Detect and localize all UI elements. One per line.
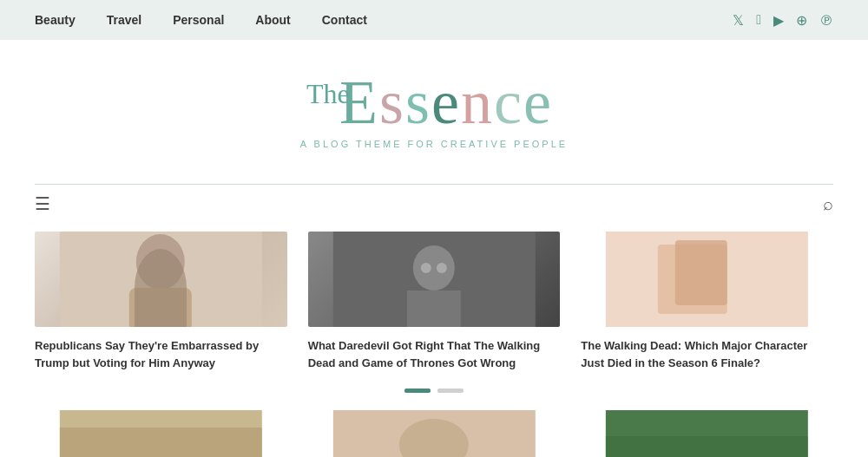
- logo-the: The: [306, 78, 350, 110]
- article-title-1: Republicans Say They're Embarrassed by T…: [35, 337, 287, 371]
- bottom-article-image-3: [581, 410, 833, 457]
- search-icon[interactable]: ⌕: [823, 194, 833, 214]
- menu-icon[interactable]: ☰: [35, 193, 50, 214]
- youtube-icon[interactable]: ▶: [773, 12, 784, 29]
- article-image-3: [581, 232, 833, 327]
- pagination-dot-2[interactable]: [437, 388, 464, 393]
- vimeo-icon[interactable]: ⊕: [796, 12, 807, 29]
- nav-contact[interactable]: Contact: [322, 13, 367, 27]
- pinterest-icon[interactable]: ℗: [819, 12, 833, 29]
- article-card-1: Republicans Say They're Embarrassed by T…: [35, 232, 287, 371]
- article-image-1: [35, 232, 287, 327]
- svg-rect-12: [60, 428, 262, 457]
- svg-point-4: [412, 245, 454, 291]
- article-image-2: [308, 232, 561, 327]
- nav-beauty[interactable]: Beauty: [35, 13, 76, 27]
- nav-links: Beauty Travel Personal About Contact: [35, 13, 367, 27]
- bottom-article-image-2: [308, 410, 561, 457]
- twitter-icon[interactable]: 𝕏: [733, 12, 744, 29]
- article-card-2: What Daredevil Got Right That The Walkin…: [308, 232, 561, 371]
- articles-grid: Republicans Say They're Embarrassed by T…: [35, 232, 833, 371]
- bottom-article-image-1: [35, 410, 287, 457]
- articles-section: Republicans Say They're Embarrassed by T…: [0, 232, 868, 393]
- svg-rect-7: [406, 291, 460, 327]
- content-toolbar: ☰ ⌕: [0, 185, 868, 223]
- site-tagline: A Blog Theme For Creative People: [17, 139, 851, 149]
- social-icons: 𝕏  ▶ ⊕ ℗: [733, 12, 833, 29]
- logo: The Essence: [315, 71, 553, 134]
- article-title-2: What Daredevil Got Right That The Walkin…: [308, 337, 561, 371]
- pagination: [35, 388, 833, 393]
- nav-travel[interactable]: Travel: [107, 13, 141, 27]
- logo-essence: Essence: [339, 68, 553, 137]
- article-card-3: The Walking Dead: Which Major Character …: [581, 232, 833, 371]
- facebook-icon[interactable]: : [756, 12, 761, 28]
- article-title-3: The Walking Dead: Which Major Character …: [581, 337, 833, 371]
- svg-rect-10: [675, 240, 727, 305]
- main-nav: Beauty Travel Personal About Contact 𝕏 …: [0, 0, 868, 40]
- nav-personal[interactable]: Personal: [173, 13, 224, 27]
- svg-point-6: [436, 263, 446, 273]
- pagination-dot-1[interactable]: [404, 388, 431, 393]
- bottom-article-card-3: [581, 410, 833, 457]
- svg-rect-2: [129, 288, 192, 327]
- svg-rect-16: [606, 436, 808, 457]
- bottom-article-card-1: [35, 410, 287, 457]
- bottom-articles-grid: [0, 410, 868, 457]
- bottom-article-card-2: [308, 410, 561, 457]
- site-header: The Essence A Blog Theme For Creative Pe…: [0, 40, 868, 166]
- svg-point-1: [136, 234, 185, 290]
- svg-point-5: [420, 263, 431, 273]
- nav-about[interactable]: About: [255, 13, 290, 27]
